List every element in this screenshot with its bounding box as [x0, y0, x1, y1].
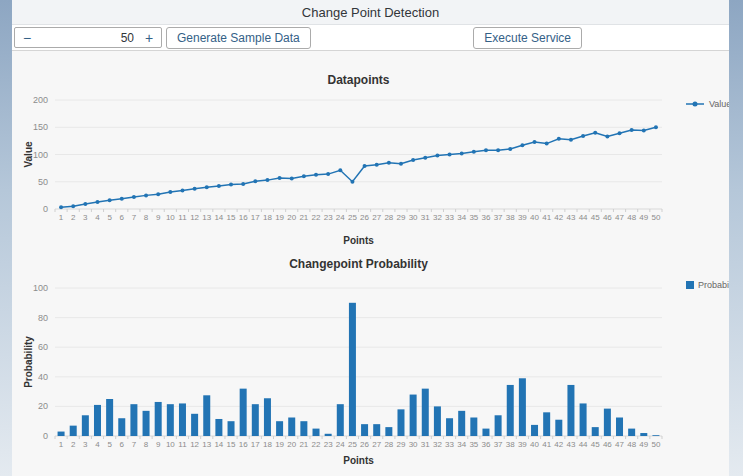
probability-bar-49[interactable] — [640, 433, 647, 436]
line-point-16[interactable] — [241, 182, 245, 186]
line-point-36[interactable] — [484, 148, 488, 152]
line-point-11[interactable] — [180, 188, 184, 192]
probability-bar-46[interactable] — [604, 409, 611, 436]
line-point-46[interactable] — [605, 135, 609, 139]
probability-bar-23[interactable] — [325, 434, 332, 436]
line-point-6[interactable] — [120, 197, 124, 201]
line-point-44[interactable] — [581, 134, 585, 138]
probability-bar-26[interactable] — [361, 424, 368, 436]
probability-bar-44[interactable] — [580, 403, 587, 436]
probability-bar-14[interactable] — [215, 419, 222, 436]
probability-bar-2[interactable] — [70, 426, 77, 436]
probability-bar-29[interactable] — [397, 409, 404, 436]
probability-bar-28[interactable] — [385, 427, 392, 436]
execute-service-button[interactable]: Execute Service — [473, 27, 582, 49]
probability-bar-17[interactable] — [252, 404, 259, 436]
line-point-43[interactable] — [569, 138, 573, 142]
line-point-42[interactable] — [557, 137, 561, 141]
probability-bar-41[interactable] — [543, 412, 550, 436]
line-point-39[interactable] — [520, 143, 524, 147]
probability-bar-34[interactable] — [458, 411, 465, 436]
probability-bar-15[interactable] — [228, 421, 235, 436]
line-point-22[interactable] — [314, 173, 318, 177]
line-point-14[interactable] — [217, 184, 221, 188]
stepper-value-input[interactable] — [39, 28, 137, 47]
probability-bar-12[interactable] — [191, 414, 198, 436]
line-point-18[interactable] — [265, 178, 269, 182]
line-point-26[interactable] — [363, 164, 367, 168]
line-point-19[interactable] — [278, 176, 282, 180]
line-point-48[interactable] — [630, 128, 634, 132]
probability-bar-13[interactable] — [203, 395, 210, 436]
line-point-38[interactable] — [508, 147, 512, 151]
probability-bar-32[interactable] — [434, 406, 441, 436]
line-point-25[interactable] — [350, 180, 354, 184]
line-point-23[interactable] — [326, 172, 330, 176]
line-point-17[interactable] — [253, 179, 257, 183]
line-point-35[interactable] — [472, 150, 476, 154]
line-point-12[interactable] — [193, 187, 197, 191]
probability-bar-38[interactable] — [507, 385, 514, 436]
line-point-37[interactable] — [496, 148, 500, 152]
line-point-29[interactable] — [399, 162, 403, 166]
probability-bar-45[interactable] — [592, 427, 599, 436]
line-point-7[interactable] — [132, 195, 136, 199]
line-point-33[interactable] — [448, 153, 452, 157]
line-point-27[interactable] — [375, 163, 379, 167]
line-point-41[interactable] — [545, 142, 549, 146]
probability-bar-39[interactable] — [519, 378, 526, 436]
line-point-30[interactable] — [411, 158, 415, 162]
points-stepper[interactable]: − + — [14, 27, 162, 48]
probability-bar-11[interactable] — [179, 403, 186, 436]
line-point-13[interactable] — [205, 185, 209, 189]
probability-bar-10[interactable] — [167, 404, 174, 436]
line-point-8[interactable] — [144, 193, 148, 197]
probability-bar-1[interactable] — [58, 432, 65, 436]
line-point-31[interactable] — [423, 156, 427, 160]
stepper-decrement-button[interactable]: − — [15, 28, 39, 47]
probability-bar-4[interactable] — [94, 405, 101, 436]
probability-bar-9[interactable] — [155, 402, 162, 436]
line-point-4[interactable] — [95, 200, 99, 204]
line-point-15[interactable] — [229, 182, 233, 186]
probability-bar-22[interactable] — [313, 429, 320, 436]
probability-bar-27[interactable] — [373, 424, 380, 436]
probability-bar-19[interactable] — [276, 421, 283, 436]
probability-bar-16[interactable] — [240, 389, 247, 436]
line-point-9[interactable] — [156, 192, 160, 196]
probability-bar-20[interactable] — [288, 418, 295, 437]
line-point-2[interactable] — [71, 204, 75, 208]
probability-bar-18[interactable] — [264, 398, 271, 436]
line-point-21[interactable] — [302, 174, 306, 178]
probability-bar-42[interactable] — [555, 420, 562, 436]
line-point-34[interactable] — [460, 151, 464, 155]
line-point-40[interactable] — [533, 140, 537, 144]
probability-bar-6[interactable] — [118, 418, 125, 436]
line-point-50[interactable] — [654, 125, 658, 129]
line-point-32[interactable] — [435, 154, 439, 158]
probability-bar-25[interactable] — [349, 303, 356, 436]
probability-bar-43[interactable] — [567, 385, 574, 436]
line-point-47[interactable] — [618, 131, 622, 135]
line-point-20[interactable] — [290, 176, 294, 180]
probability-bar-40[interactable] — [531, 425, 538, 436]
probability-bar-50[interactable] — [652, 435, 659, 436]
probability-bar-48[interactable] — [628, 429, 635, 436]
probability-bar-7[interactable] — [130, 404, 137, 436]
probability-bar-35[interactable] — [470, 418, 477, 437]
probability-bar-3[interactable] — [82, 415, 89, 436]
generate-sample-data-button[interactable]: Generate Sample Data — [166, 27, 311, 49]
line-point-1[interactable] — [59, 205, 63, 209]
line-point-10[interactable] — [168, 190, 172, 194]
probability-bar-5[interactable] — [106, 399, 113, 436]
probability-bar-33[interactable] — [446, 418, 453, 436]
line-point-24[interactable] — [338, 168, 342, 172]
line-point-5[interactable] — [108, 198, 112, 202]
probability-bar-36[interactable] — [482, 429, 489, 436]
probability-bar-24[interactable] — [337, 404, 344, 436]
probability-bar-30[interactable] — [410, 395, 417, 436]
line-point-3[interactable] — [83, 202, 87, 206]
probability-bar-31[interactable] — [422, 389, 429, 436]
probability-bar-21[interactable] — [300, 421, 307, 436]
probability-bar-8[interactable] — [143, 411, 150, 436]
